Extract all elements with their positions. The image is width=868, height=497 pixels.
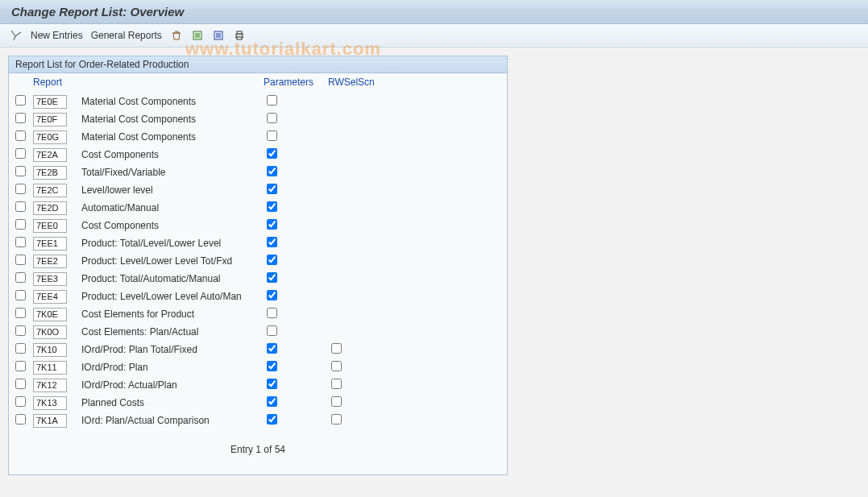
report-description: Cost Components [78,220,264,231]
report-code-field[interactable]: 7EE0 [33,219,67,233]
report-code-field[interactable]: 7K1A [33,414,67,428]
parameters-checkbox[interactable] [267,343,277,354]
table-row: 7K11IOrd/Prod: Plan [9,358,507,376]
application-toolbar: New Entries General Reports [0,24,868,48]
report-code-field[interactable]: 7E0G [33,130,67,144]
rwselscn-checkbox[interactable] [331,343,342,354]
column-header-report[interactable]: Report [33,77,78,88]
report-description: Product: Level/Lower Level Auto/Man [78,291,264,302]
report-description: IOrd/Prod: Plan [78,362,264,373]
parameters-checkbox[interactable] [267,414,277,425]
report-code-field[interactable]: 7K0E [33,308,67,321]
row-select-checkbox[interactable] [15,130,26,141]
toggle-icon[interactable] [10,29,23,42]
table-row: 7E0EMaterial Cost Components [9,93,507,110]
report-code-field[interactable]: 7E2D [33,201,67,215]
row-select-checkbox[interactable] [15,290,26,300]
report-code-field[interactable]: 7EE3 [33,272,67,286]
table-header-row: Report Parameters RWSelScn [9,73,507,93]
parameters-checkbox[interactable] [267,148,277,159]
parameters-checkbox[interactable] [267,95,277,106]
report-description: Automatic/Manual [78,202,264,213]
parameters-checkbox[interactable] [267,379,277,389]
table-row: 7K0OCost Elements: Plan/Actual [9,323,507,341]
report-description: Cost Components [78,149,264,160]
row-select-checkbox[interactable] [15,95,26,106]
rwselscn-checkbox[interactable] [331,414,342,425]
row-select-checkbox[interactable] [15,272,26,283]
report-description: Product: Total/Automatic/Manual [78,273,264,284]
row-select-checkbox[interactable] [15,237,26,247]
report-description: Material Cost Components [78,114,264,125]
select-all-icon[interactable] [191,29,204,42]
parameters-checkbox[interactable] [267,184,277,194]
parameters-checkbox[interactable] [267,396,277,407]
report-description: Planned Costs [78,397,264,408]
table-row: 7E2DAutomatic/Manual [9,199,507,217]
parameters-checkbox[interactable] [267,361,277,371]
parameters-checkbox[interactable] [267,130,277,141]
parameters-checkbox[interactable] [267,272,277,283]
parameters-checkbox[interactable] [267,237,277,247]
table-row: 7E2ACost Components [9,146,507,164]
row-select-checkbox[interactable] [15,396,26,407]
new-entries-button[interactable]: New Entries [31,30,83,41]
parameters-checkbox[interactable] [267,325,277,336]
table-row: 7E2BTotal/Fixed/Variable [9,164,507,181]
row-select-checkbox[interactable] [15,255,26,265]
column-header-parameters[interactable]: Parameters [264,77,328,88]
row-select-checkbox[interactable] [15,325,26,336]
row-select-checkbox[interactable] [15,414,26,425]
parameters-checkbox[interactable] [267,308,277,318]
report-code-field[interactable]: 7K10 [33,343,67,357]
report-code-field[interactable]: 7E0E [33,95,67,109]
row-select-checkbox[interactable] [15,113,26,123]
table-row: 7K0ECost Elements for Product [9,305,507,323]
row-select-checkbox[interactable] [15,148,26,159]
report-code-field[interactable]: 7K12 [33,379,67,392]
report-code-field[interactable]: 7E0F [33,113,67,126]
report-description: Material Cost Components [78,131,264,143]
parameters-checkbox[interactable] [267,290,277,300]
parameters-checkbox[interactable] [267,255,277,265]
row-select-checkbox[interactable] [15,166,26,176]
report-code-field[interactable]: 7EE1 [33,237,67,251]
column-header-rwselscn[interactable]: RWSelScn [328,77,392,88]
report-description: IOrd/Prod: Actual/Plan [78,379,264,391]
report-code-field[interactable]: 7E2C [33,184,67,197]
table-row: 7K12IOrd/Prod: Actual/Plan [9,376,507,394]
row-select-checkbox[interactable] [15,379,26,389]
deselect-all-icon[interactable] [212,29,225,42]
report-code-field[interactable]: 7EE2 [33,255,67,268]
row-select-checkbox[interactable] [15,308,26,318]
table-row: 7K13Planned Costs [9,394,507,412]
delete-icon[interactable] [170,29,183,42]
report-code-field[interactable]: 7K0O [33,325,67,339]
row-select-checkbox[interactable] [15,201,26,212]
row-select-checkbox[interactable] [15,219,26,230]
parameters-checkbox[interactable] [267,166,277,176]
parameters-checkbox[interactable] [267,113,277,123]
rwselscn-checkbox[interactable] [331,361,342,371]
report-code-field[interactable]: 7K13 [33,396,67,410]
report-description: Total/Fixed/Variable [78,167,264,178]
report-code-field[interactable]: 7E2A [33,148,67,162]
table-row: 7K1AIOrd: Plan/Actual Comparison [9,412,507,429]
row-select-checkbox[interactable] [15,361,26,371]
rwselscn-checkbox[interactable] [331,379,342,389]
report-description: IOrd/Prod: Plan Total/Fixed [78,344,264,355]
report-code-field[interactable]: 7E2B [33,166,67,180]
report-code-field[interactable]: 7K11 [33,361,67,375]
window-title: Change Report List: Overview [0,0,868,24]
rwselscn-checkbox[interactable] [331,396,342,407]
print-icon[interactable] [233,29,246,42]
parameters-checkbox[interactable] [267,201,277,212]
row-select-checkbox[interactable] [15,343,26,354]
parameters-checkbox[interactable] [267,219,277,230]
report-description: Product: Total/Level/Lower Level [78,238,264,249]
table-row: 7EE2Product: Level/Lower Level Tot/Fxd [9,252,507,270]
report-code-field[interactable]: 7EE4 [33,290,67,304]
general-reports-button[interactable]: General Reports [91,30,162,41]
table-row: 7E2CLevel/lower level [9,181,507,199]
row-select-checkbox[interactable] [15,184,26,194]
